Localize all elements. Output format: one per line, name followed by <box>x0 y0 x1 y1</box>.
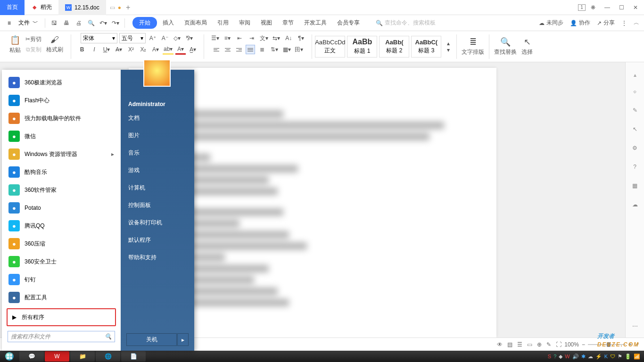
font-size-select[interactable]: 五号▾ <box>119 33 146 43</box>
eye-icon[interactable]: 👁 <box>497 341 503 348</box>
side-settings-icon[interactable]: ⚙ <box>629 142 641 154</box>
select-button[interactable]: ↖选择 <box>520 35 535 58</box>
start-place-2[interactable]: 音乐 <box>121 144 194 162</box>
start-place-3[interactable]: 游戏 <box>121 162 194 179</box>
font-name-select[interactable]: 宋体▾ <box>81 33 117 43</box>
text-effects[interactable]: A▾ <box>150 44 161 55</box>
indent[interactable]: ⇥ <box>247 33 257 43</box>
grow-font[interactable]: A⁺ <box>148 33 158 43</box>
align-left[interactable] <box>212 45 221 54</box>
start-item-9[interactable]: ●360压缩 <box>4 235 119 253</box>
taskbar-wps[interactable]: W <box>45 351 69 362</box>
borders[interactable]: 田▾ <box>294 44 304 55</box>
subscript-button[interactable]: X₂ <box>138 44 149 55</box>
start-item-0[interactable]: ●360极速浏览器 <box>4 74 119 91</box>
char-scale[interactable]: ⇆▾ <box>271 33 281 43</box>
tray-net-icon[interactable]: ⚡ <box>595 354 602 360</box>
taskbar-notepad[interactable]: 📄 <box>121 351 146 362</box>
counter-icon[interactable]: 1 <box>578 4 586 11</box>
new-tab-button[interactable]: + <box>126 3 130 12</box>
tray-network-icon[interactable]: 📶 <box>634 354 640 360</box>
style-h3[interactable]: AaBbC(标题 3 <box>411 36 441 58</box>
font-color[interactable]: A▾ <box>175 44 186 55</box>
maximize-button[interactable]: ☐ <box>615 1 628 14</box>
start-button[interactable] <box>0 351 19 362</box>
ribbon-tab-view[interactable]: 视图 <box>256 16 277 30</box>
start-search[interactable]: 搜索程序和文件 🔍 <box>8 331 115 342</box>
qat-preview[interactable]: 🔍 <box>86 18 96 28</box>
command-search[interactable]: 🔍查找命令、搜索模板 <box>376 19 436 27</box>
settings-icon[interactable]: ❋ <box>586 1 600 14</box>
cut-button[interactable]: ✂剪切 <box>25 34 42 44</box>
minimize-button[interactable]: — <box>601 1 614 14</box>
start-item-10[interactable]: ●360安全卫士 <box>4 253 119 271</box>
tray-battery-icon[interactable]: 🔋 <box>625 354 631 360</box>
start-place-5[interactable]: 控制面板 <box>121 197 194 214</box>
all-programs[interactable]: ▶ 所有程序 <box>7 308 116 326</box>
shrink-font[interactable]: A⁻ <box>160 33 170 43</box>
shutdown-button[interactable]: 关机 <box>126 333 177 346</box>
ribbon-tab-insert[interactable]: 插入 <box>158 16 179 30</box>
style-h2[interactable]: AaBb(标题 2 <box>379 36 409 58</box>
tray-shield-icon[interactable]: 🛡 <box>610 354 615 359</box>
italic-button[interactable]: I <box>89 44 99 55</box>
qat-save[interactable]: 🖫 <box>49 18 59 28</box>
start-place-0[interactable]: 文档 <box>121 109 194 127</box>
share-button[interactable]: ↗分享 <box>597 19 615 27</box>
align-distribute[interactable]: ≣ <box>257 44 267 55</box>
format-painter[interactable]: 🖌格式刷 <box>44 33 65 56</box>
taskbar-explorer[interactable]: 📁 <box>70 351 95 362</box>
copy-button[interactable]: ⧉复制 <box>25 44 42 55</box>
ribbon-tab-chapter[interactable]: 章节 <box>278 16 298 30</box>
shutdown-options[interactable]: ▸ <box>177 333 189 346</box>
ribbon-tab-review[interactable]: 审阅 <box>234 16 255 30</box>
start-item-8[interactable]: ●腾讯QQ <box>4 217 119 235</box>
view-write-icon[interactable]: ✎ <box>546 341 551 348</box>
start-place-6[interactable]: 设备和打印机 <box>121 214 194 231</box>
start-place-1[interactable]: 图片 <box>121 127 194 144</box>
qat-redo[interactable]: ↷▾ <box>110 18 121 28</box>
user-avatar[interactable] <box>143 59 171 87</box>
show-marks[interactable]: ¶▾ <box>296 33 306 43</box>
tab-docshell[interactable]: ◆稻壳 <box>25 0 58 15</box>
start-item-11[interactable]: ●钉钉 <box>4 271 119 288</box>
strike-button[interactable]: A̶▾ <box>114 44 124 55</box>
zoom-fit-icon[interactable]: ⛶ <box>556 341 561 348</box>
styles-expand[interactable]: ▴▾ <box>443 41 454 52</box>
view-read-icon[interactable]: ▭ <box>527 341 532 348</box>
tab-home[interactable]: 首页 <box>0 0 25 15</box>
superscript-button[interactable]: X² <box>126 44 136 55</box>
sort[interactable]: A↓ <box>283 33 294 43</box>
tray-safe-icon[interactable]: ◆ <box>559 354 562 360</box>
side-pen-icon[interactable]: ✎ <box>629 105 641 116</box>
highlight-button[interactable]: ab▾ <box>163 44 173 55</box>
collab-button[interactable]: 👤协作 <box>570 19 590 27</box>
side-cloud-icon[interactable]: ☁ <box>629 199 641 210</box>
bold-button[interactable]: B <box>77 44 87 55</box>
vscroll-top[interactable]: ▴ <box>634 72 636 78</box>
ribbon-tab-start[interactable]: 开始 <box>132 17 157 29</box>
tray-volume-icon[interactable]: 🔊 <box>572 354 579 360</box>
side-pointer-icon[interactable]: ↖ <box>629 123 641 135</box>
tab-document[interactable]: W12.15.doc <box>58 0 106 15</box>
qat-undo[interactable]: ↶▾ <box>98 18 108 28</box>
view-page-icon[interactable]: ▤ <box>507 341 512 348</box>
ribbon-tab-dev[interactable]: 开发工具 <box>299 16 331 30</box>
style-normal[interactable]: AaBbCcDd正文 <box>315 36 345 58</box>
tray-flag-icon[interactable]: ⚑ <box>618 354 622 360</box>
line-spacing[interactable]: ⇅▾ <box>269 44 280 55</box>
change-case[interactable]: ⅋▾ <box>184 33 195 43</box>
screen-icon[interactable]: ▭ <box>110 4 115 11</box>
hamburger-menu[interactable]: ≡ <box>5 18 14 28</box>
start-place-8[interactable]: 帮助和支持 <box>121 249 194 266</box>
taskbar-browser[interactable]: 🌐 <box>96 351 120 362</box>
align-center[interactable] <box>223 45 232 54</box>
text-layout-button[interactable]: ≣文字排版 <box>460 35 486 58</box>
qat-print-settings[interactable]: 🖶 <box>61 18 72 28</box>
start-item-5[interactable]: ●酷狗音乐 <box>4 163 119 181</box>
ribbon-tab-references[interactable]: 引用 <box>213 16 233 30</box>
username[interactable]: Administrator <box>121 97 194 109</box>
view-web-icon[interactable]: ⊕ <box>537 341 542 348</box>
tray-bt-icon[interactable]: ✱ <box>581 354 586 360</box>
start-item-1[interactable]: ●Flash中心 <box>4 91 119 109</box>
